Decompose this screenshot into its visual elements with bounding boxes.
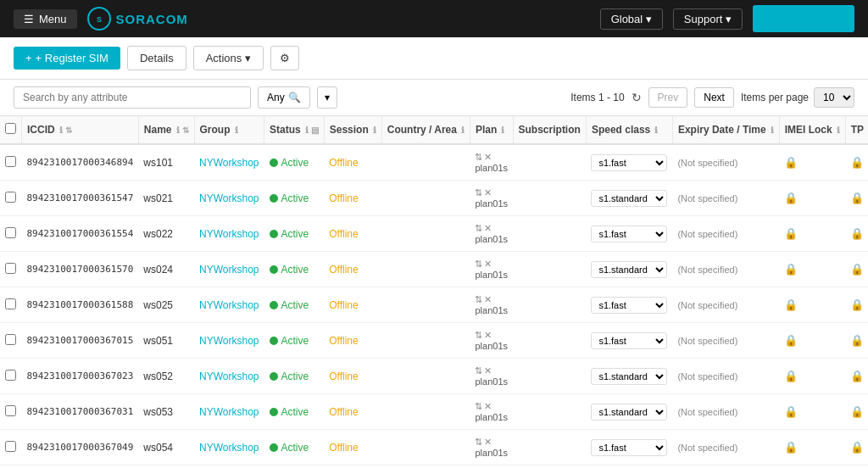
row-speed: s1.fasts1.standards1.slows1.minimum (586, 181, 672, 216)
status-info-icon[interactable]: ℹ (305, 125, 309, 135)
name-sort-icon[interactable]: ⇅ (182, 125, 189, 135)
group-link[interactable]: NYWorkshop (199, 264, 259, 276)
session-info-icon[interactable]: ℹ (373, 125, 376, 135)
group-link[interactable]: NYWorkshop (199, 335, 259, 347)
plan-name: plan01s (475, 376, 508, 387)
table-row: 8942310017000361570 ws024 NYWorkshop Act… (0, 252, 868, 287)
row-checkbox[interactable] (5, 334, 16, 345)
row-plan: ⇅ ✕ plan01s (470, 394, 513, 430)
tp-lock-icon: 🔒 (850, 227, 864, 240)
any-filter-button[interactable]: Any 🔍 (258, 86, 310, 109)
expiry-info-icon[interactable]: ℹ (771, 125, 774, 135)
register-sim-button[interactable]: + + Register SIM (14, 47, 120, 70)
row-checkbox[interactable] (5, 263, 16, 274)
group-link[interactable]: NYWorkshop (199, 442, 259, 454)
row-iccid: 8942310017000361588 (22, 287, 139, 323)
speed-class-select[interactable]: s1.fasts1.standards1.slows1.minimum (591, 226, 667, 242)
speed-class-select[interactable]: s1.fasts1.standards1.slows1.minimum (591, 368, 667, 385)
imei-info-icon[interactable]: ℹ (837, 125, 840, 135)
plan-info-icon[interactable]: ℹ (501, 125, 504, 135)
imei-lock-icon: 🔒 (784, 263, 798, 276)
row-checkbox[interactable] (5, 227, 16, 238)
table-body: 8942310017000346894 ws101 NYWorkshop Act… (0, 144, 868, 468)
row-speed: s1.fasts1.standards1.slows1.minimum (586, 430, 672, 465)
row-checkbox[interactable] (5, 298, 16, 309)
details-button[interactable]: Details (127, 46, 186, 70)
plan-name: plan01s (475, 234, 508, 244)
row-checkbox[interactable] (5, 405, 16, 416)
speed-class-select[interactable]: s1.fasts1.standards1.slows1.minimum (591, 190, 667, 207)
name-info-icon[interactable]: ℹ (176, 125, 180, 135)
status-label: Active (281, 370, 309, 382)
th-name: Name ℹ ⇅ (138, 116, 194, 144)
prev-button[interactable]: Prev (648, 87, 688, 108)
actions-button[interactable]: Actions ▾ (193, 46, 264, 70)
sim-table: ICCID ℹ ⇅ Name ℹ ⇅ Group ℹ (0, 116, 868, 468)
th-expiry: Expiry Date / Time ℹ (672, 116, 779, 144)
speed-class-select[interactable]: s1.fasts1.standards1.slows1.minimum (591, 439, 667, 456)
row-plan: ⇅ ✕ plan01s (470, 216, 513, 252)
row-checkbox[interactable] (5, 370, 16, 381)
gear-button[interactable]: ⚙ (270, 46, 299, 70)
speed-class-select[interactable]: s1.fasts1.standards1.slows1.minimum (591, 154, 667, 171)
user-button[interactable] (753, 5, 854, 32)
row-name: ws025 (138, 287, 194, 323)
row-subscription (513, 287, 586, 323)
speed-info-icon[interactable]: ℹ (654, 125, 658, 135)
row-iccid: 8942310017000367015 (22, 323, 139, 359)
group-link[interactable]: NYWorkshop (199, 157, 259, 169)
search-input[interactable] (14, 86, 251, 109)
row-speed: s1.fasts1.standards1.slows1.minimum (586, 465, 672, 469)
row-imei: 🔒 (779, 430, 845, 465)
group-link[interactable]: NYWorkshop (199, 406, 259, 418)
group-link[interactable]: NYWorkshop (199, 192, 259, 204)
row-name: ws021 (138, 181, 194, 216)
group-link[interactable]: NYWorkshop (199, 299, 259, 311)
menu-button[interactable]: ☰ Menu (14, 9, 77, 29)
row-tp: 🔒 (845, 394, 868, 430)
country-info-icon[interactable]: ℹ (461, 125, 465, 135)
row-checkbox[interactable] (5, 156, 16, 167)
imei-lock-icon: 🔒 (784, 441, 798, 454)
status-label: Active (281, 442, 309, 454)
global-button[interactable]: Global ▾ (600, 8, 663, 30)
row-imei: 🔒 (779, 359, 845, 394)
table-row: 8942310017000361554 ws022 NYWorkshop Act… (0, 216, 868, 252)
row-session: Offline (324, 144, 381, 181)
row-subscription (513, 394, 586, 430)
iccid-info-icon[interactable]: ℹ (59, 125, 63, 135)
status-filter-icon[interactable]: ▤ (311, 125, 319, 135)
select-all-checkbox[interactable] (5, 123, 16, 134)
plan-transfer-icon: ⇅ (475, 152, 482, 163)
speed-class-select[interactable]: s1.fasts1.standards1.slows1.minimum (591, 261, 667, 278)
speed-class-select[interactable]: s1.fasts1.standards1.slows1.minimum (591, 404, 667, 421)
next-button[interactable]: Next (694, 87, 734, 108)
row-country (381, 465, 470, 469)
row-tp: 🔒 (845, 216, 868, 252)
table-row: 8942310017000367023 ws052 NYWorkshop Act… (0, 359, 868, 394)
iccid-sort-icon[interactable]: ⇅ (65, 125, 72, 135)
row-imei: 🔒 (779, 181, 845, 216)
group-link[interactable]: NYWorkshop (199, 370, 259, 382)
row-status: Active (264, 287, 325, 323)
group-info-icon[interactable]: ℹ (235, 125, 238, 135)
row-checkbox[interactable] (5, 441, 16, 452)
imei-lock-icon: 🔒 (784, 156, 798, 169)
tp-lock-icon: 🔒 (850, 441, 864, 454)
items-per-page-select[interactable]: 10 25 50 (814, 87, 854, 108)
status-label: Active (281, 406, 309, 418)
group-link[interactable]: NYWorkshop (199, 228, 259, 240)
refresh-button[interactable]: ↻ (632, 91, 642, 104)
status-label: Active (281, 192, 309, 204)
tp-lock-icon: 🔒 (850, 263, 864, 276)
support-button[interactable]: Support ▾ (673, 8, 743, 30)
row-expiry: (Not specified) (672, 465, 779, 469)
plan-transfer-icon: ⇅ (475, 223, 482, 234)
filter-dropdown-button[interactable]: ▾ (317, 86, 337, 109)
speed-class-select[interactable]: s1.fasts1.standards1.slows1.minimum (591, 332, 667, 349)
sim-table-container: ICCID ℹ ⇅ Name ℹ ⇅ Group ℹ (0, 116, 868, 468)
row-checkbox[interactable] (5, 192, 16, 203)
tp-lock-icon: 🔒 (850, 156, 864, 169)
speed-class-select[interactable]: s1.fasts1.standards1.slows1.minimum (591, 297, 667, 314)
row-checkbox-cell (0, 287, 22, 323)
